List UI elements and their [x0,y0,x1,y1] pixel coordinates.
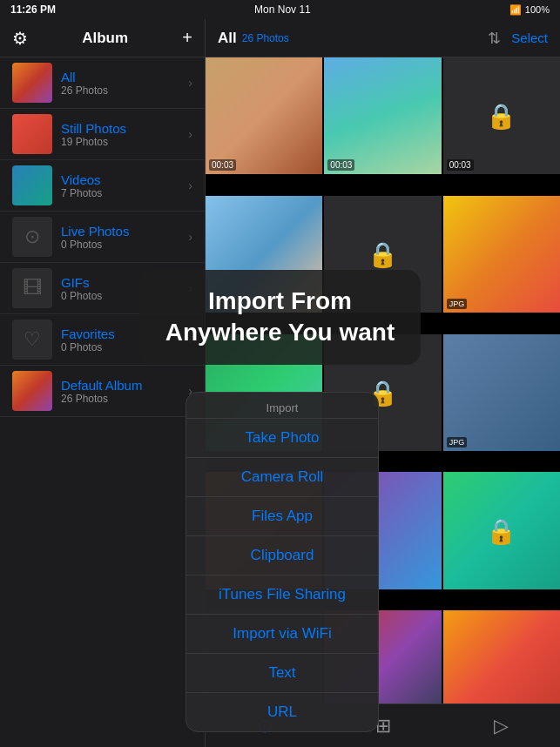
sidebar-item-favorites[interactable]: ♡ Favorites 0 Photos › [0,314,205,366]
sidebar-item-live-name: Live Photos [61,224,188,239]
sidebar-item-live-photos[interactable]: ⊙ Live Photos 0 Photos › [0,212,205,263]
sidebar-item-still-name: Still Photos [61,121,188,136]
photo-cell-9[interactable]: JPG [443,334,560,451]
sidebar-item-gifs-name: GIFs [61,275,188,290]
sidebar-item-videos-name: Videos [61,172,188,187]
sidebar-title: Album [82,30,128,47]
favorites-placeholder-icon: ♡ [24,328,41,351]
chevron-icon: › [188,76,192,90]
import-via-wifi[interactable]: Import via WiFi [186,615,378,654]
status-time: 11:26 PM [10,3,56,16]
photo-cell-4[interactable]: 00:03 [206,196,322,313]
import-clipboard[interactable]: Clipboard [186,536,378,575]
photo-area-title: All [218,30,237,47]
import-menu: Import Take Photo Camera Roll Files App … [186,392,379,732]
video-duration-badge: 00:03 [327,159,354,171]
import-camera-roll[interactable]: Camera Roll [186,458,378,497]
wifi-icon: 📶 [509,4,522,16]
battery-indicator: 100% [525,4,550,15]
status-date: Mon Nov 11 [254,3,311,16]
sidebar-item-default-name: Default Album [61,378,188,393]
import-take-photo[interactable]: Take Photo [186,419,378,458]
sidebar-item-still-photos[interactable]: Still Photos 19 Photos › [0,109,205,160]
chevron-icon: › [188,281,192,295]
lock-icon: 🔒 [368,239,398,268]
sort-icon[interactable]: ⇅ [488,29,501,48]
sidebar-header: ⚙ Album + [0,19,205,57]
sidebar-item-favorites-name: Favorites [61,326,188,341]
photo-cell-3[interactable]: 🔒 00:03 [443,57,560,174]
sidebar-item-still-count: 19 Photos [61,136,188,148]
photo-count-badge: 26 Photos [242,32,289,44]
sidebar-item-videos[interactable]: Videos 7 Photos › [0,160,205,212]
import-itunes-file-sharing[interactable]: iTunes File Sharing [186,575,378,615]
photo-cell-5[interactable]: 🔒 JPG [324,196,441,313]
chevron-icon: › [188,230,192,244]
settings-icon[interactable]: ⚙ [12,28,28,49]
import-url[interactable]: URL [186,693,378,731]
tab-play[interactable]: ▷ [442,715,560,737]
import-files-app[interactable]: Files App [186,497,378,536]
live-photo-placeholder-icon: ⊙ [24,225,40,248]
import-text[interactable]: Text [186,654,378,693]
photo-cell-12[interactable]: 🔒 [443,472,560,589]
lock-icon: 🔒 [486,516,516,545]
sidebar-item-default-count: 26 Photos [61,393,188,405]
jpg-badge: JPG [447,299,468,309]
video-duration-badge: 00:03 [209,298,236,309]
sidebar-item-live-count: 0 Photos [61,239,188,251]
video-duration-badge: 00:03 [209,159,236,171]
tab-play-icon: ▷ [494,715,509,737]
sidebar-item-favorites-count: 0 Photos [61,341,188,353]
photo-cell-2[interactable]: 00:03 [324,57,441,174]
gif-placeholder-icon: 🎞 [23,277,42,299]
add-album-icon[interactable]: + [182,28,192,48]
sidebar-item-all-name: All [61,70,188,84]
sidebar-item-videos-count: 7 Photos [61,187,188,199]
select-button[interactable]: Select [511,30,548,45]
sidebar: ⚙ Album + All 26 Photos › Still Photos 1… [0,19,206,747]
chevron-icon: › [188,333,192,347]
sidebar-item-gifs-count: 0 Photos [61,290,188,302]
sidebar-item-all[interactable]: All 26 Photos › [0,57,205,109]
photo-cell-1[interactable]: 00:03 [206,57,322,174]
jpg-badge: JPG [447,437,468,448]
photo-cell-6[interactable]: JPG [443,196,560,313]
video-duration-badge: 00:03 [447,159,474,171]
chevron-icon: › [188,178,192,192]
sidebar-item-default-album[interactable]: Default Album 26 Photos › [0,366,205,417]
sidebar-item-gifs[interactable]: 🎞 GIFs 0 Photos › [0,263,205,314]
import-section-header: Import [186,393,378,418]
status-bar: 11:26 PM Mon Nov 11 📶 100% [0,0,560,19]
jpg-badge: JPG [327,299,348,309]
chevron-icon: › [188,127,192,141]
sidebar-item-all-count: 26 Photos [61,84,188,97]
photo-header: All 26 Photos ⇅ Select [206,19,560,57]
lock-icon: 🔒 [486,102,516,131]
